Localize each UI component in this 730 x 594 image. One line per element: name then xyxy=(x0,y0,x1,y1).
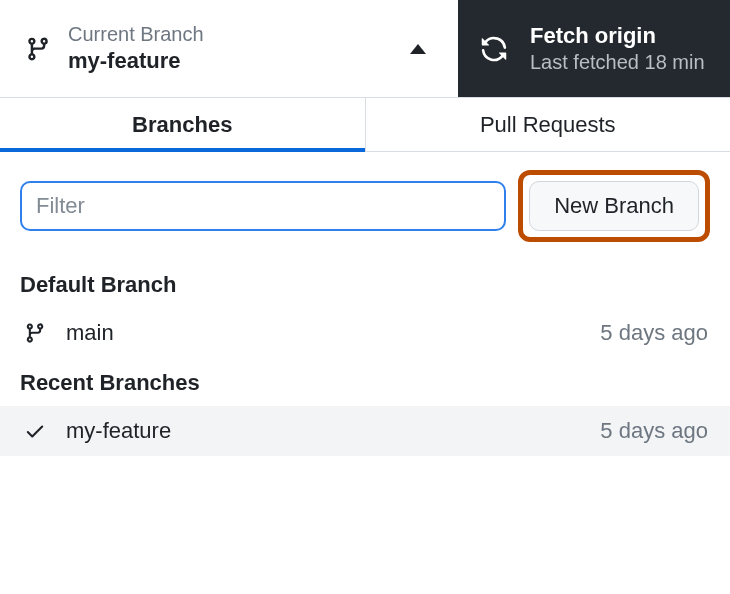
tab-pull-requests[interactable]: Pull Requests xyxy=(366,98,731,151)
git-branch-icon xyxy=(22,320,48,346)
current-branch-name: my-feature xyxy=(68,48,394,74)
tab-branches[interactable]: Branches xyxy=(0,98,366,151)
new-branch-highlight: New Branch xyxy=(518,170,710,242)
branch-time-label: 5 days ago xyxy=(600,418,708,444)
fetch-origin-button[interactable]: Fetch origin Last fetched 18 min xyxy=(458,0,730,97)
caret-up-icon xyxy=(410,44,426,54)
filter-input[interactable] xyxy=(20,181,506,231)
fetch-subtitle: Last fetched 18 min xyxy=(530,51,705,74)
fetch-title: Fetch origin xyxy=(530,23,705,49)
current-branch-selector[interactable]: Current Branch my-feature xyxy=(0,0,458,97)
branch-row-recent[interactable]: my-feature 5 days ago xyxy=(0,406,730,456)
tab-branches-label: Branches xyxy=(132,112,232,138)
sync-icon xyxy=(478,33,510,65)
check-icon xyxy=(22,418,48,444)
branch-row-default[interactable]: main 5 days ago xyxy=(0,308,730,358)
current-branch-label: Current Branch xyxy=(68,23,394,46)
recent-branches-heading: Recent Branches xyxy=(0,358,730,406)
new-branch-button[interactable]: New Branch xyxy=(529,181,699,231)
branch-time-label: 5 days ago xyxy=(600,320,708,346)
git-branch-icon xyxy=(24,35,52,63)
branch-name-label: my-feature xyxy=(66,418,582,444)
default-branch-heading: Default Branch xyxy=(0,260,730,308)
branch-name-label: main xyxy=(66,320,582,346)
tab-pull-requests-label: Pull Requests xyxy=(480,112,616,138)
